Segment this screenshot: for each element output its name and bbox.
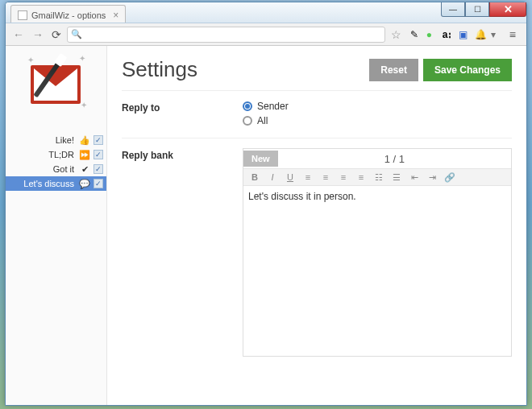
italic-button[interactable]: I bbox=[266, 172, 279, 182]
ext-green-dot-icon[interactable]: ● bbox=[426, 29, 438, 40]
sidebar-item[interactable]: TL;DR⏩✓ bbox=[6, 147, 106, 162]
sidebar-item[interactable]: Like!👍✓ bbox=[6, 133, 106, 147]
sidebar-item-label: TL;DR bbox=[6, 150, 76, 159]
editor: New 1 / 1 B I U ≡ ≡ ≡ ≡ ☷ ☰ bbox=[243, 148, 512, 357]
back-button[interactable]: ← bbox=[10, 27, 27, 43]
list-ol-button[interactable]: ☷ bbox=[372, 172, 385, 183]
browser-window: GmailWiz - options × — ☐ ✕ ← → ⟳ 🔍 ☆ ✎ ●… bbox=[5, 2, 527, 406]
forward-button[interactable]: → bbox=[30, 27, 46, 43]
ext-a-icon[interactable]: a꞉ bbox=[443, 29, 454, 40]
reply-to-options: SenderAll bbox=[243, 101, 512, 130]
list-ul-button[interactable]: ☰ bbox=[390, 172, 403, 183]
radio-icon bbox=[243, 101, 252, 111]
sidebar-item-label: Let's discuss bbox=[6, 179, 76, 188]
ext-box-icon[interactable]: ▣ bbox=[459, 29, 470, 40]
page-icon bbox=[18, 10, 27, 20]
app-logo: ✦ ✦ ✦ bbox=[23, 51, 90, 118]
extension-icons: ✎ ● a꞉ ▣ 🔔 ▾ ≡ bbox=[407, 27, 522, 43]
bold-button[interactable]: B bbox=[248, 172, 261, 182]
new-button[interactable]: New bbox=[243, 151, 278, 167]
close-tab-icon[interactable]: × bbox=[113, 10, 118, 21]
editor-topbar: New 1 / 1 bbox=[243, 149, 511, 168]
search-icon: 🔍 bbox=[71, 29, 82, 39]
thumb-up-icon: 👍 bbox=[79, 135, 90, 146]
sidebar-item-label: Like! bbox=[6, 135, 76, 145]
header: Settings Reset Save Changes bbox=[122, 57, 512, 82]
maximize-button[interactable]: ☐ bbox=[465, 2, 489, 17]
sidebar-item-checkbox[interactable]: ✓ bbox=[94, 135, 103, 145]
section-reply-bank: Reply bank New 1 / 1 B I U ≡ ≡ bbox=[122, 138, 512, 365]
save-button[interactable]: Save Changes bbox=[423, 59, 512, 81]
editor-textarea[interactable] bbox=[243, 186, 511, 353]
section-label: Reply to bbox=[122, 101, 243, 130]
outdent-button[interactable]: ⇤ bbox=[408, 172, 421, 183]
radio-icon bbox=[243, 116, 252, 126]
pager: 1 / 1 bbox=[278, 153, 511, 165]
minimize-button[interactable]: — bbox=[441, 2, 465, 17]
reply-bank-body: New 1 / 1 B I U ≡ ≡ ≡ ≡ ☷ ☰ bbox=[243, 148, 512, 357]
reply-to-option[interactable]: Sender bbox=[243, 101, 512, 112]
sidebar: ✦ ✦ ✦ Like!👍✓TL;DR⏩✓Got it✔✓Let's discus… bbox=[6, 46, 106, 405]
check-icon: ✔ bbox=[79, 164, 90, 175]
indent-button[interactable]: ⇥ bbox=[426, 172, 438, 183]
titlebar: GmailWiz - options × — ☐ ✕ bbox=[6, 2, 526, 23]
tab-title: GmailWiz - options bbox=[31, 10, 106, 20]
sidebar-item-checkbox[interactable]: ✓ bbox=[94, 150, 103, 159]
align-right-button[interactable]: ≡ bbox=[337, 172, 350, 182]
browser-tab[interactable]: GmailWiz - options × bbox=[10, 5, 126, 23]
underline-button[interactable]: U bbox=[284, 172, 297, 182]
sidebar-item-label: Got it bbox=[6, 164, 76, 174]
reply-to-option[interactable]: All bbox=[243, 115, 512, 126]
sidebar-item[interactable]: Let's discuss💬✓ bbox=[6, 176, 106, 191]
link-button[interactable]: 🔗 bbox=[443, 172, 456, 183]
align-justify-button[interactable]: ≡ bbox=[355, 172, 368, 182]
address-bar: ← → ⟳ 🔍 ☆ ✎ ● a꞉ ▣ 🔔 ▾ ≡ bbox=[6, 23, 526, 46]
close-window-button[interactable]: ✕ bbox=[489, 2, 526, 17]
section-label: Reply bank bbox=[122, 148, 243, 357]
reload-button[interactable]: ⟳ bbox=[49, 27, 64, 43]
editor-toolbar: B I U ≡ ≡ ≡ ≡ ☷ ☰ ⇤ ⇥ 🔗 bbox=[243, 168, 511, 186]
window-controls: — ☐ ✕ bbox=[441, 2, 526, 17]
page-content: ✦ ✦ ✦ Like!👍✓TL;DR⏩✓Got it✔✓Let's discus… bbox=[6, 46, 526, 405]
sidebar-item-checkbox[interactable]: ✓ bbox=[94, 179, 103, 188]
radio-label: All bbox=[257, 115, 268, 126]
omnibox[interactable]: 🔍 bbox=[67, 27, 385, 43]
ext-pencil-icon[interactable]: ✎ bbox=[410, 29, 422, 40]
speech-icon: 💬 bbox=[79, 179, 90, 189]
page-title: Settings bbox=[122, 57, 369, 82]
ext-wifi-icon[interactable]: ▾ bbox=[491, 29, 502, 40]
radio-label: Sender bbox=[257, 101, 289, 112]
reply-list: Like!👍✓TL;DR⏩✓Got it✔✓Let's discuss💬✓ bbox=[6, 133, 106, 191]
sidebar-item-checkbox[interactable]: ✓ bbox=[94, 164, 103, 174]
section-reply-to: Reply to SenderAll bbox=[122, 90, 512, 138]
sidebar-item[interactable]: Got it✔✓ bbox=[6, 162, 106, 176]
fast-forward-icon: ⏩ bbox=[79, 150, 90, 160]
menu-icon[interactable]: ≡ bbox=[507, 27, 518, 43]
ext-bell-icon[interactable]: 🔔 bbox=[475, 29, 486, 40]
reset-button[interactable]: Reset bbox=[369, 59, 418, 81]
align-center-button[interactable]: ≡ bbox=[319, 172, 332, 182]
align-left-button[interactable]: ≡ bbox=[301, 172, 314, 182]
bookmark-icon[interactable]: ☆ bbox=[389, 27, 404, 43]
main-panel: Settings Reset Save Changes Reply to Sen… bbox=[106, 46, 526, 405]
